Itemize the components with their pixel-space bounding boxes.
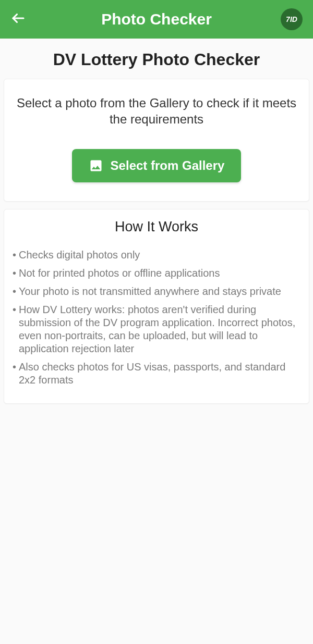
how-it-works-title: How It Works bbox=[13, 219, 300, 235]
select-button-label: Select from Gallery bbox=[111, 158, 225, 173]
list-item: Your photo is not transmitted anywhere a… bbox=[13, 285, 300, 298]
app-logo-badge: 7ID bbox=[281, 8, 303, 30]
arrow-left-icon bbox=[10, 10, 26, 26]
list-item: How DV Lottery works: photos aren't veri… bbox=[13, 303, 300, 355]
page-title: DV Lottery Photo Checker bbox=[0, 39, 313, 79]
back-button[interactable] bbox=[10, 10, 26, 28]
gallery-icon bbox=[89, 158, 103, 173]
logo-text: 7ID bbox=[286, 15, 297, 23]
app-header: Photo Checker 7ID bbox=[0, 0, 313, 39]
list-item: Checks digital photos only bbox=[13, 249, 300, 262]
header-title: Photo Checker bbox=[10, 10, 303, 28]
list-item: Not for printed photos or offline applic… bbox=[13, 267, 300, 280]
select-from-gallery-button[interactable]: Select from Gallery bbox=[72, 149, 242, 182]
how-it-works-list: Checks digital photos only Not for print… bbox=[13, 249, 300, 387]
how-it-works-card: How It Works Checks digital photos only … bbox=[4, 209, 309, 404]
list-item: Also checks photos for US visas, passpor… bbox=[13, 361, 300, 387]
instruction-text: Select a photo from the Gallery to check… bbox=[15, 95, 298, 127]
select-photo-card: Select a photo from the Gallery to check… bbox=[4, 79, 309, 202]
